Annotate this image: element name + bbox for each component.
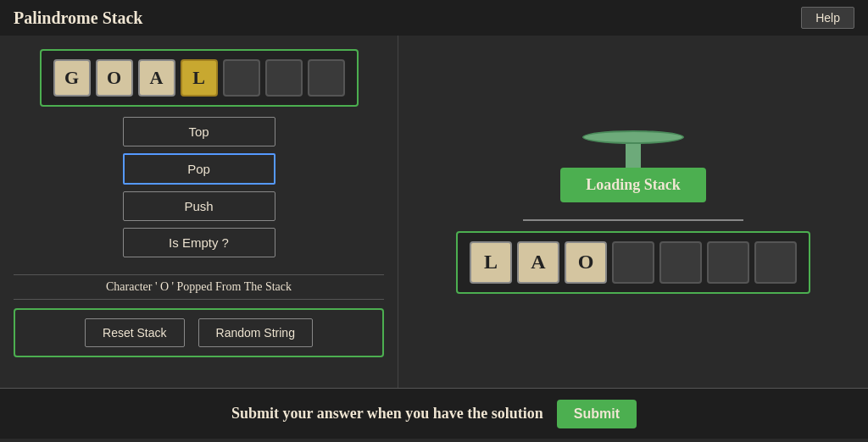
goal-tile bbox=[223, 59, 260, 97]
submit-bar: Submit your answer when you have the sol… bbox=[0, 388, 868, 439]
answer-tiles: LAO bbox=[456, 231, 810, 294]
stack-line bbox=[523, 219, 743, 221]
stack-platform-top bbox=[582, 130, 684, 144]
goal-tile: G bbox=[53, 59, 91, 97]
stack-buttons: Top Pop Push Is Empty ? bbox=[123, 117, 275, 257]
answer-tile: L bbox=[470, 241, 512, 284]
top-button[interactable]: Top bbox=[123, 117, 275, 146]
help-button[interactable]: Help bbox=[801, 7, 854, 29]
answer-tile bbox=[659, 241, 702, 284]
goal-tile: O bbox=[96, 59, 133, 97]
header: Palindrome Stack Help bbox=[0, 0, 868, 36]
stack-label: Loading Stack bbox=[560, 168, 706, 202]
action-buttons-group: Reset Stack Random String bbox=[14, 308, 384, 357]
goal-tile: A bbox=[138, 59, 175, 97]
answer-tile bbox=[707, 241, 749, 284]
submit-button[interactable]: Submit bbox=[557, 400, 637, 428]
submit-bar-text: Submit your answer when you have the sol… bbox=[231, 405, 543, 423]
stack-visual: Loading Stack bbox=[560, 130, 706, 202]
app-title: Palindrome Stack bbox=[14, 8, 142, 28]
is-empty-button[interactable]: Is Empty ? bbox=[123, 228, 275, 257]
answer-tile: A bbox=[517, 241, 559, 284]
answer-tile bbox=[612, 241, 654, 284]
reset-stack-button[interactable]: Reset Stack bbox=[85, 318, 184, 347]
goal-tiles: GOAL bbox=[40, 49, 359, 107]
pop-button[interactable]: Pop bbox=[123, 153, 275, 185]
left-panel: GOAL Top Pop Push Is Empty ? Character '… bbox=[0, 36, 398, 388]
main-container: GOAL Top Pop Push Is Empty ? Character '… bbox=[0, 36, 868, 388]
status-text: Character ' O ' Popped From The Stack bbox=[14, 274, 384, 300]
answer-tile bbox=[754, 241, 797, 284]
right-panel: Loading Stack LAO bbox=[398, 36, 868, 388]
goal-tile bbox=[265, 59, 303, 97]
answer-tile: O bbox=[565, 241, 607, 284]
stack-pillar bbox=[626, 144, 641, 168]
random-string-button[interactable]: Random String bbox=[198, 318, 313, 347]
goal-tile bbox=[308, 59, 345, 97]
goal-tile: L bbox=[181, 59, 218, 97]
push-button[interactable]: Push bbox=[123, 191, 275, 221]
